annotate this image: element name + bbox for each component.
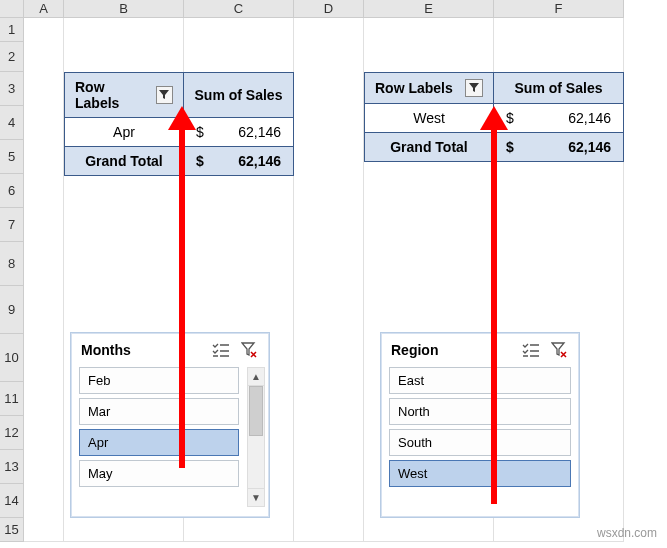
slicer-months-title: Months (81, 342, 131, 358)
pivot1-data-label[interactable]: Apr (65, 118, 184, 147)
slicer-item-north[interactable]: North (389, 398, 571, 425)
col-F[interactable]: F (494, 0, 624, 18)
row-9[interactable]: 9 (0, 286, 24, 334)
pivot2-sum-header: Sum of Sales (494, 73, 623, 104)
slicer-region[interactable]: Region East North South West (380, 332, 580, 518)
pivot1-grand-total-label[interactable]: Grand Total (65, 147, 184, 175)
col-D[interactable]: D (294, 0, 364, 18)
row-8[interactable]: 8 (0, 242, 24, 286)
slicer-item-mar[interactable]: Mar (79, 398, 239, 425)
pivot-table-region: Row Labels Sum of Sales West $ 62,146 Gr… (364, 72, 624, 162)
slicer-region-title: Region (391, 342, 438, 358)
slicer-item-apr[interactable]: Apr (79, 429, 239, 456)
pivot1-row-labels-header[interactable]: Row Labels (65, 73, 184, 118)
col-B[interactable]: B (64, 0, 184, 18)
slicer-months-items: Feb Mar Apr May (75, 367, 243, 507)
slicer-item-feb[interactable]: Feb (79, 367, 239, 394)
row-3[interactable]: 3 (0, 72, 24, 106)
pivot1-sum-header: Sum of Sales (184, 73, 293, 118)
clear-filter-icon[interactable] (549, 341, 569, 359)
clear-filter-icon[interactable] (239, 341, 259, 359)
col-C[interactable]: C (184, 0, 294, 18)
col-A[interactable]: A (24, 0, 64, 18)
pivot-table-months: Row Labels Sum of Sales Apr $ 62,146 Gra… (64, 72, 294, 176)
scroll-track[interactable] (248, 386, 264, 488)
slicer-item-south[interactable]: South (389, 429, 571, 456)
pivot1-row-labels-text: Row Labels (75, 79, 150, 111)
multi-select-icon[interactable] (521, 341, 541, 359)
pivot2-row-labels-text: Row Labels (375, 80, 453, 96)
row-1[interactable]: 1 (0, 18, 24, 42)
slicer-months-scrollbar[interactable]: ▲ ▼ (247, 367, 265, 507)
pivot2-data-label[interactable]: West (365, 104, 494, 133)
pivot2-row-labels-header[interactable]: Row Labels (365, 73, 494, 104)
filter-icon[interactable] (465, 79, 483, 97)
watermark: wsxdn.com (597, 526, 657, 540)
row-14[interactable]: 14 (0, 484, 24, 518)
row-4[interactable]: 4 (0, 106, 24, 140)
pivot2-data-value[interactable]: $ 62,146 (494, 104, 623, 133)
scroll-down-icon[interactable]: ▼ (248, 488, 264, 506)
pivot2-grand-total-value[interactable]: $ 62,146 (494, 133, 623, 161)
row-6[interactable]: 6 (0, 174, 24, 208)
row-5[interactable]: 5 (0, 140, 24, 174)
row-12[interactable]: 12 (0, 416, 24, 450)
pivot1-data-value[interactable]: $ 62,146 (184, 118, 293, 147)
slicer-item-west[interactable]: West (389, 460, 571, 487)
filter-icon[interactable] (156, 86, 173, 104)
row-10[interactable]: 10 (0, 334, 24, 382)
slicer-region-items: East North South West (385, 367, 575, 507)
corner-cell[interactable] (0, 0, 24, 18)
slicer-item-east[interactable]: East (389, 367, 571, 394)
scroll-thumb[interactable] (249, 386, 263, 436)
multi-select-icon[interactable] (211, 341, 231, 359)
row-7[interactable]: 7 (0, 208, 24, 242)
pivot2-grand-total-label[interactable]: Grand Total (365, 133, 494, 161)
pivot1-grand-total-value[interactable]: $ 62,146 (184, 147, 293, 175)
row-15[interactable]: 15 (0, 518, 24, 542)
row-11[interactable]: 11 (0, 382, 24, 416)
row-2[interactable]: 2 (0, 42, 24, 72)
slicer-item-may[interactable]: May (79, 460, 239, 487)
scroll-up-icon[interactable]: ▲ (248, 368, 264, 386)
row-13[interactable]: 13 (0, 450, 24, 484)
slicer-months[interactable]: Months Feb Mar Apr May ▲ ▼ (70, 332, 270, 518)
col-E[interactable]: E (364, 0, 494, 18)
